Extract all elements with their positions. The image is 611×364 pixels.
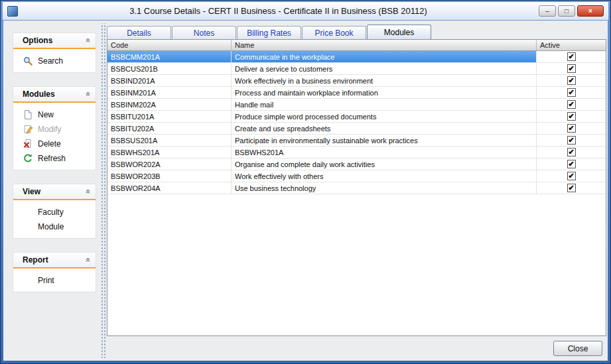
cell-code: BSBITU202A xyxy=(107,123,232,134)
minimize-icon: – xyxy=(545,8,549,15)
maximize-button[interactable]: □ xyxy=(558,5,575,17)
client-area: Options»SearchModules»NewModifyDeleteRef… xyxy=(3,21,608,361)
sidebar-item-print[interactable]: Print xyxy=(13,273,96,288)
tab-notes[interactable]: Notes xyxy=(172,26,236,39)
sidebar-panel-report: Report»Print xyxy=(13,252,96,292)
sidebar-panel-modules: Modules»NewModifyDeleteRefresh xyxy=(13,86,96,170)
sidebar: Options»SearchModules»NewModifyDeleteRef… xyxy=(13,32,96,306)
cell-active: ✔ xyxy=(537,182,606,194)
panel-title: Options xyxy=(23,36,52,45)
window: 3.1 Course Details - CERT II Business - … xyxy=(0,0,611,364)
active-checkbox[interactable]: ✔ xyxy=(567,184,576,192)
active-checkbox[interactable]: ✔ xyxy=(567,160,576,168)
cell-name: Communicate in the workplace xyxy=(232,51,537,62)
table-row[interactable]: BSBCMM201ACommunicate in the workplace✔ xyxy=(107,51,606,63)
minimize-button[interactable]: – xyxy=(539,5,556,17)
table-row[interactable]: BSBINM202AHandle mail✔ xyxy=(107,99,606,111)
cell-code: BSBCMM201A xyxy=(107,51,232,62)
active-checkbox[interactable]: ✔ xyxy=(567,88,576,97)
cell-name: BSBWHS201A xyxy=(232,147,537,158)
close-button[interactable]: Close xyxy=(553,341,602,356)
column-header-name[interactable]: Name xyxy=(232,40,537,50)
sidebar-item-label: Modify xyxy=(38,125,61,134)
panel-header-report[interactable]: Report» xyxy=(13,253,96,269)
sidebar-item-module[interactable]: Module xyxy=(13,219,96,234)
app-icon xyxy=(7,6,18,17)
cell-name: Deliver a service to customers xyxy=(232,63,537,74)
cell-code: BSBWOR203B xyxy=(107,170,232,182)
tab-modules[interactable]: Modules xyxy=(367,25,431,39)
cell-active: ✔ xyxy=(537,147,606,158)
sidebar-item-label: Search xyxy=(38,56,63,66)
cell-name: Work effectively in a business environme… xyxy=(232,75,537,86)
column-header-code[interactable]: Code xyxy=(107,40,232,50)
table-row[interactable]: BSBITU201AProduce simple word processed … xyxy=(107,111,606,123)
active-checkbox[interactable]: ✔ xyxy=(567,124,576,133)
active-checkbox[interactable]: ✔ xyxy=(567,136,576,145)
table-row[interactable]: BSBINM201AProcess and maintain workplace… xyxy=(107,87,606,99)
active-checkbox[interactable]: ✔ xyxy=(567,52,576,61)
table-row[interactable]: BSBITU202ACreate and use spreadsheets✔ xyxy=(107,123,606,135)
cell-active: ✔ xyxy=(537,75,606,86)
cell-code: BSBSUS201A xyxy=(107,135,232,146)
sidebar-item-search[interactable]: Search xyxy=(13,54,96,68)
table-row[interactable]: BSBWOR203BWork effectively with others✔ xyxy=(107,170,606,182)
cell-active: ✔ xyxy=(537,111,606,122)
table-row[interactable]: BSBSUS201AParticipate in environmentally… xyxy=(107,135,606,147)
window-controls: – □ × xyxy=(539,5,604,17)
table-row[interactable]: BSBIND201AWork effectively in a business… xyxy=(107,75,606,87)
splitter-handle[interactable] xyxy=(100,23,105,358)
column-header-active[interactable]: Active xyxy=(537,40,606,50)
cell-code: BSBCUS201B xyxy=(107,63,232,74)
sidebar-item-label: Delete xyxy=(38,139,61,149)
collapse-chevron-icon[interactable]: » xyxy=(84,92,93,97)
panel-title: Modules xyxy=(23,90,55,99)
panel-header-options[interactable]: Options» xyxy=(13,33,96,49)
collapse-chevron-icon[interactable]: » xyxy=(84,38,93,43)
sidebar-item-label: Refresh xyxy=(38,154,66,163)
active-checkbox[interactable]: ✔ xyxy=(567,100,576,109)
panel-header-modules[interactable]: Modules» xyxy=(13,87,96,103)
table-row[interactable]: BSBWHS201ABSBWHS201A✔ xyxy=(107,147,606,158)
window-title: 3.1 Course Details - CERT II Business - … xyxy=(22,6,535,16)
table-row[interactable]: BSBWOR204AUse business technology✔ xyxy=(107,182,606,194)
active-checkbox[interactable]: ✔ xyxy=(567,148,576,156)
panel-title: View xyxy=(23,187,40,196)
cell-name: Process and maintain workplace informati… xyxy=(232,87,537,98)
active-checkbox[interactable]: ✔ xyxy=(567,172,576,180)
table-row[interactable]: BSBCUS201BDeliver a service to customers… xyxy=(107,63,606,75)
collapse-chevron-icon[interactable]: » xyxy=(84,258,93,263)
sidebar-item-faculty[interactable]: Faculty xyxy=(13,205,96,219)
search-icon xyxy=(23,56,33,66)
sidebar-item-new[interactable]: New xyxy=(13,107,96,122)
titlebar[interactable]: 3.1 Course Details - CERT II Business - … xyxy=(3,2,608,20)
cell-active: ✔ xyxy=(537,87,606,98)
table-row[interactable]: BSBWOR202AOrganise and complete daily wo… xyxy=(107,158,606,170)
sidebar-item-label: Faculty xyxy=(38,208,64,217)
cell-code: BSBINM201A xyxy=(107,87,232,98)
sidebar-item-refresh[interactable]: Refresh xyxy=(13,151,96,166)
cell-name: Work effectively with others xyxy=(232,170,537,182)
modules-table: CodeNameActive BSBCMM201ACommunicate in … xyxy=(107,39,606,336)
tab-bar: DetailsNotesBilling RatesPrice BookModul… xyxy=(107,25,432,39)
table-body: BSBCMM201ACommunicate in the workplace✔B… xyxy=(107,51,606,194)
sidebar-panel-view: View»FacultyModule xyxy=(13,184,96,239)
collapse-chevron-icon[interactable]: » xyxy=(84,190,93,194)
cell-active: ✔ xyxy=(537,170,606,182)
close-window-button[interactable]: × xyxy=(577,5,604,17)
tab-details[interactable]: Details xyxy=(107,26,171,39)
cell-name: Use business technology xyxy=(232,182,537,194)
cell-active: ✔ xyxy=(537,135,606,146)
panel-header-view[interactable]: View» xyxy=(13,184,96,200)
active-checkbox[interactable]: ✔ xyxy=(567,76,576,85)
maximize-icon: □ xyxy=(565,8,569,15)
new-icon xyxy=(23,109,33,120)
sidebar-item-delete[interactable]: Delete xyxy=(13,137,96,151)
tab-billing-rates[interactable]: Billing Rates xyxy=(237,26,301,39)
active-checkbox[interactable]: ✔ xyxy=(567,112,576,121)
sidebar-item-modify[interactable]: Modify xyxy=(13,122,96,137)
cell-code: BSBWHS201A xyxy=(107,147,232,158)
cell-code: BSBWOR204A xyxy=(107,182,232,194)
tab-price-book[interactable]: Price Book xyxy=(302,26,366,39)
active-checkbox[interactable]: ✔ xyxy=(567,64,576,73)
